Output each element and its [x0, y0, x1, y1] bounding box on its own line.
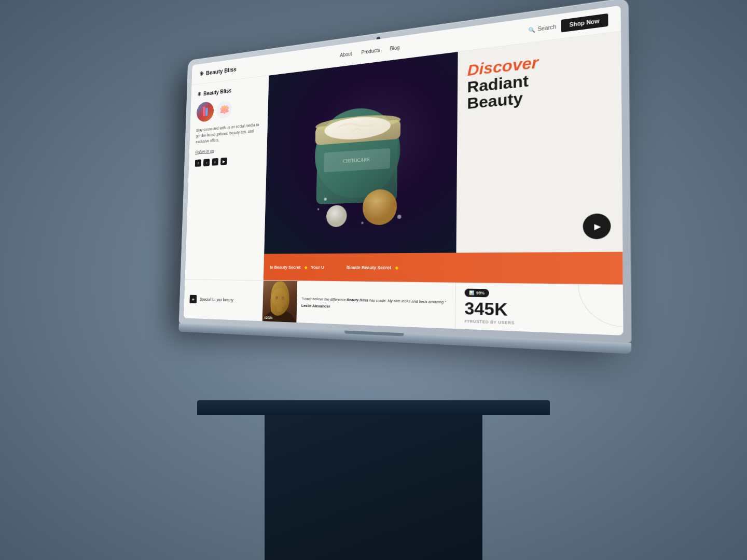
svg-rect-1 — [203, 106, 205, 116]
laptop-lid: ✳ Beauty Bliss About Products Blog 🔍 Sea… — [178, 0, 631, 354]
svg-point-11 — [326, 205, 347, 227]
sidebar-logo-icon: ✳ — [197, 91, 201, 98]
nav-logo-icon: ✳ — [199, 70, 203, 77]
svg-point-15 — [317, 208, 319, 211]
hero-product-section: CHITOCARE — [264, 52, 458, 254]
follow-link[interactable]: Follow us on — [195, 145, 260, 155]
quote-brand: Beauty Bliss — [347, 298, 368, 303]
sidebar-panel: ✳ Beauty Bliss — [185, 76, 269, 281]
testimonial-cell: #2024 "I can't believe the difference Be… — [262, 281, 456, 329]
product-jar-image: CHITOCARE — [290, 66, 426, 234]
testimonial-text: "I can't believe the difference Beauty B… — [296, 281, 451, 329]
svg-point-14 — [361, 221, 364, 224]
avatar-lotus: 🪷 — [216, 101, 232, 119]
ticker-text-3: ltimate Beauty Secret — [347, 265, 391, 270]
nav-links: About Products Blog — [340, 45, 399, 58]
svg-point-13 — [397, 215, 401, 219]
quote-prefix: "I can't believe the difference — [301, 297, 347, 302]
svg-point-0 — [197, 101, 214, 122]
person-photo: #2024 — [262, 281, 297, 323]
social-tiktok[interactable]: ♪ — [203, 159, 210, 166]
stats-badge: 📊 95% — [465, 289, 489, 298]
social-instagram[interactable]: ○ — [212, 158, 218, 166]
avatar-product — [197, 101, 214, 122]
ticker-banner: te Beauty Secret ◆ Your U ltimate Beauty… — [264, 252, 623, 285]
special-offer-cell[interactable]: + Special for you beauty — [184, 279, 264, 321]
social-icons: f ♪ ○ ▶ — [195, 155, 260, 167]
search-icon: 🔍 — [529, 26, 535, 33]
social-youtube[interactable]: ▶ — [220, 158, 227, 165]
nav-right: 🔍 Search Shop Now — [529, 13, 608, 37]
ticker-diamond-2: ◆ — [395, 265, 398, 270]
plus-icon: + — [189, 295, 197, 303]
year-tag: #2024 — [264, 316, 272, 319]
stats-percentage: 95% — [476, 290, 485, 296]
laptop-scene: ✳ Beauty Bliss About Products Blog 🔍 Sea… — [140, 26, 607, 341]
hero-headline: Discover Radiant Beauty — [467, 45, 610, 111]
nav-link-about[interactable]: About — [340, 51, 352, 58]
laptop-screen: ✳ Beauty Bliss About Products Blog 🔍 Sea… — [184, 5, 623, 335]
nav-link-blog[interactable]: Blog — [390, 45, 399, 51]
stats-badge-icon: 📊 — [469, 290, 474, 296]
stats-cell: 📊 95% 345K #TRUSTED BY USERS — [455, 283, 623, 335]
social-facebook[interactable]: f — [195, 159, 201, 167]
nav-link-products[interactable]: Products — [361, 47, 380, 55]
play-button-container — [466, 213, 611, 241]
pedestal — [197, 400, 550, 560]
hero-text-panel: Discover Radiant Beauty — [456, 32, 622, 253]
svg-rect-2 — [205, 107, 208, 116]
sidebar-avatars: 🪷 — [197, 96, 261, 122]
sidebar-logo: ✳ Beauty Bliss — [197, 84, 261, 98]
pedestal-body — [265, 415, 482, 560]
search-label: Search — [537, 24, 556, 32]
sidebar-description: Stay connected with us on social media t… — [196, 122, 260, 145]
quote-suffix: has made. My skin looks and feels amazin… — [368, 298, 446, 305]
shop-now-button[interactable]: Shop Now — [561, 13, 608, 33]
pedestal-top — [197, 400, 550, 415]
search-button[interactable]: 🔍 Search — [529, 24, 557, 34]
play-button[interactable] — [583, 213, 611, 239]
sidebar-logo-text: Beauty Bliss — [203, 88, 232, 97]
nav-logo-text: Beauty Bliss — [206, 66, 237, 77]
ticker-text-1: te Beauty Secret — [270, 264, 301, 270]
ticker-text-2: Your U — [311, 264, 324, 270]
special-offer-text: Special for you beauty — [200, 297, 233, 303]
ticker-diamond-1: ◆ — [304, 264, 307, 270]
website: ✳ Beauty Bliss About Products Blog 🔍 Sea… — [184, 5, 623, 335]
nav-logo: ✳ Beauty Bliss — [199, 66, 237, 77]
